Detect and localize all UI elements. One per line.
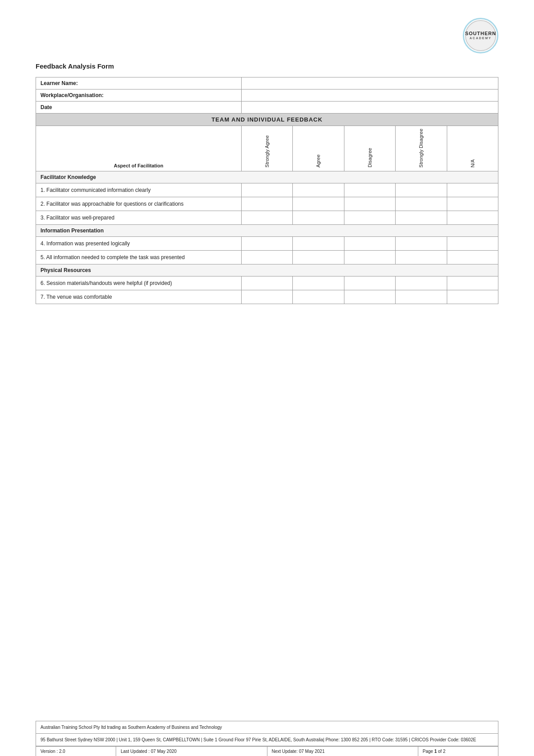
- category-info-presentation: Information Presentation: [36, 225, 498, 237]
- question-2-num: 2.: [40, 201, 45, 207]
- q6-strongly-disagree[interactable]: [396, 276, 447, 290]
- footer-company: Australian Training School Pty ltd tradi…: [36, 721, 498, 734]
- page-of: of: [438, 749, 441, 754]
- date-label: Date: [36, 102, 242, 114]
- version-value: 2.0: [59, 749, 65, 754]
- q3-strongly-agree[interactable]: [241, 211, 292, 225]
- q1-strongly-agree[interactable]: [241, 183, 292, 197]
- section-header-row: TEAM AND INDIVIDUAL FEEDBACK: [36, 114, 498, 126]
- q6-disagree[interactable]: [344, 276, 395, 290]
- q6-strongly-agree[interactable]: [241, 276, 292, 290]
- q1-agree[interactable]: [293, 183, 344, 197]
- q4-strongly-agree[interactable]: [241, 237, 292, 251]
- logo-area: SOUTHERN ACADEMY: [36, 18, 498, 53]
- q7-disagree[interactable]: [344, 290, 395, 304]
- q2-strongly-disagree[interactable]: [396, 197, 447, 211]
- logo-bottom-text: ACADEMY: [469, 37, 491, 40]
- question-1-body: Facilitator communicated information cle…: [46, 187, 150, 193]
- workplace-label: Workplace/Organisation:: [36, 89, 242, 102]
- q2-agree[interactable]: [293, 197, 344, 211]
- learner-name-value[interactable]: [241, 77, 498, 89]
- page-label: Page: [423, 749, 433, 754]
- question-4-body: Information was presented logically: [46, 240, 129, 247]
- question-1-num: 1.: [40, 187, 45, 193]
- workplace-value[interactable]: [241, 89, 498, 102]
- q3-agree[interactable]: [293, 211, 344, 225]
- question-3-body: Facilitator was well-prepared: [46, 215, 114, 221]
- q4-agree[interactable]: [293, 237, 344, 251]
- learner-name-row: Learner Name:: [36, 77, 498, 89]
- main-content: SOUTHERN ACADEMY Feedback Analysis Form …: [0, 0, 534, 508]
- table-row: 4. Information was presented logically: [36, 237, 498, 251]
- question-7-num: 7.: [40, 294, 45, 300]
- question-5-num: 5.: [40, 254, 45, 260]
- question-5-text: 5. All information needed to complete th…: [36, 251, 242, 264]
- page-wrapper: SOUTHERN ACADEMY Feedback Analysis Form …: [0, 0, 534, 756]
- col-agree-header: Agree: [293, 126, 344, 171]
- table-row: 2. Facilitator was approachable for ques…: [36, 197, 498, 211]
- q1-strongly-disagree[interactable]: [396, 183, 447, 197]
- next-update-value: 07 May 2021: [299, 749, 325, 754]
- question-6-num: 6.: [40, 280, 45, 286]
- q4-na[interactable]: [447, 237, 498, 251]
- logo-top-text: SOUTHERN: [465, 31, 496, 37]
- category-info-presentation-label: Information Presentation: [36, 225, 498, 237]
- q3-disagree[interactable]: [344, 211, 395, 225]
- footer-last-updated: Last Updated : 07 May 2020: [116, 747, 267, 756]
- q6-agree[interactable]: [293, 276, 344, 290]
- q5-disagree[interactable]: [344, 251, 395, 264]
- col-disagree-header: Disagree: [344, 126, 395, 171]
- date-value[interactable]: [241, 102, 498, 114]
- footer-page: Page 1 of 2: [418, 747, 498, 756]
- table-row: 5. All information needed to complete th…: [36, 251, 498, 264]
- workplace-row: Workplace/Organisation:: [36, 89, 498, 102]
- footer-bottom-row: Version : 2.0 Last Updated : 07 May 2020…: [36, 746, 498, 756]
- q2-disagree[interactable]: [344, 197, 395, 211]
- q5-agree[interactable]: [293, 251, 344, 264]
- question-1-text: 1. Facilitator communicated information …: [36, 183, 242, 197]
- q5-na[interactable]: [447, 251, 498, 264]
- page-spacer: [0, 508, 534, 703]
- footer-address: 95 Bathurst Street Sydney NSW 2000 | Uni…: [36, 734, 498, 746]
- main-table: Learner Name: Workplace/Organisation: Da…: [36, 77, 498, 304]
- question-5-body: All information needed to complete the t…: [46, 254, 185, 260]
- next-update-label: Next Update:: [272, 749, 298, 754]
- page-number: 1: [434, 749, 437, 754]
- q7-agree[interactable]: [293, 290, 344, 304]
- logo-icon: SOUTHERN ACADEMY: [465, 20, 496, 51]
- category-facilitator-knowledge: Facilitator Knowledge: [36, 171, 498, 183]
- col-aspect-header: Aspect of Facilitation: [36, 126, 242, 171]
- date-row: Date: [36, 102, 498, 114]
- question-3-text: 3. Facilitator was well-prepared: [36, 211, 242, 225]
- col-strongly-disagree-header: Strongly Disagree: [396, 126, 447, 171]
- q5-strongly-agree[interactable]: [241, 251, 292, 264]
- question-6-text: 6. Session materials/handouts were helpf…: [36, 276, 242, 290]
- q4-disagree[interactable]: [344, 237, 395, 251]
- q4-strongly-disagree[interactable]: [396, 237, 447, 251]
- q3-na[interactable]: [447, 211, 498, 225]
- logo-circle: SOUTHERN ACADEMY: [463, 18, 498, 53]
- category-physical-resources: Physical Resources: [36, 264, 498, 276]
- table-row: 6. Session materials/handouts were helpf…: [36, 276, 498, 290]
- section-header-text: TEAM AND INDIVIDUAL FEEDBACK: [36, 114, 498, 126]
- q7-strongly-disagree[interactable]: [396, 290, 447, 304]
- question-2-text: 2. Facilitator was approachable for ques…: [36, 197, 242, 211]
- q2-na[interactable]: [447, 197, 498, 211]
- learner-name-label: Learner Name:: [36, 77, 242, 89]
- category-physical-resources-label: Physical Resources: [36, 264, 498, 276]
- question-2-body: Facilitator was approachable for questio…: [46, 201, 183, 207]
- q3-strongly-disagree[interactable]: [396, 211, 447, 225]
- q5-strongly-disagree[interactable]: [396, 251, 447, 264]
- column-header-row: Aspect of Facilitation Strongly Agree Ag…: [36, 126, 498, 171]
- q7-strongly-agree[interactable]: [241, 290, 292, 304]
- q7-na[interactable]: [447, 290, 498, 304]
- question-4-text: 4. Information was presented logically: [36, 237, 242, 251]
- table-row: 7. The venue was comfortable: [36, 290, 498, 304]
- q1-na[interactable]: [447, 183, 498, 197]
- q2-strongly-agree[interactable]: [241, 197, 292, 211]
- q6-na[interactable]: [447, 276, 498, 290]
- q1-disagree[interactable]: [344, 183, 395, 197]
- table-row: 3. Facilitator was well-prepared: [36, 211, 498, 225]
- last-updated-value: 07 May 2020: [151, 749, 177, 754]
- page-total: 2: [443, 749, 445, 754]
